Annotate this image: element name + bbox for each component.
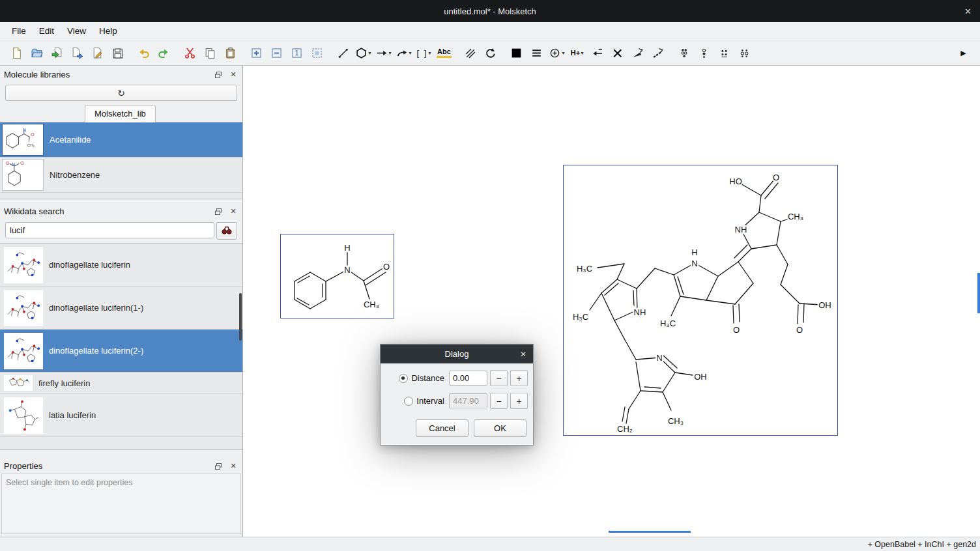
wikidata-item-label: dinoflagellate luciferin(2-)	[49, 346, 143, 356]
library-item-nitrobenzene[interactable]: NOONitrobenzene	[0, 158, 242, 193]
canvas-horizontal-scrollbar[interactable]	[609, 531, 691, 533]
window-close-icon[interactable]: ✕	[964, 0, 972, 22]
ring-icon	[355, 47, 368, 59]
draw-bond-button[interactable]	[334, 44, 352, 62]
dialog-titlebar[interactable]: Dialog ✕	[381, 345, 533, 363]
bracket-tool-button[interactable]: [ ]▾	[415, 44, 433, 62]
wikidata-scrollbar[interactable]	[239, 293, 242, 341]
menubar: FileEditViewHelp	[0, 22, 980, 40]
molsketch-window: untitled.mol* - Molsketch ✕ FileEditView…	[0, 0, 980, 551]
svg-text:N: N	[344, 265, 350, 275]
float-panel-icon[interactable]	[213, 461, 223, 472]
undo-button[interactable]	[135, 44, 152, 62]
text-tool-button[interactable]: Abc	[435, 44, 453, 62]
color-tool-button[interactable]	[508, 44, 525, 62]
text-icon: Abc	[437, 48, 452, 58]
molecule-thumbnail	[4, 290, 43, 326]
wedge-up-tool-button[interactable]	[629, 44, 646, 62]
tab-molsketch-lib[interactable]: Molsketch_lib	[85, 105, 156, 122]
wikidata-item-3[interactable]: firefly luciferin	[0, 373, 242, 394]
copy-button[interactable]	[201, 44, 219, 62]
toolbar-overflow-button[interactable]: ▶	[955, 44, 972, 62]
wikidata-item-2[interactable]: dinoflagellate luciferin(2-)	[0, 330, 242, 373]
zoom-out-button[interactable]	[268, 44, 285, 62]
hydrogen-tool-button[interactable]: H+▾	[568, 44, 586, 62]
rotate-icon	[484, 47, 497, 59]
hatch-tool-button[interactable]	[461, 44, 479, 62]
ring-tool-button[interactable]: ▾	[354, 44, 372, 62]
distance-input[interactable]: 0.00	[449, 371, 487, 386]
cut-button[interactable]	[181, 44, 199, 62]
drawing-canvas[interactable]: Dialog ✕ Distance 0.00 − + Interval	[243, 66, 980, 537]
zoom-original-button[interactable]: 1	[288, 44, 306, 62]
print-button[interactable]	[89, 44, 106, 62]
float-panel-icon[interactable]	[213, 206, 223, 217]
arrow-tool-button[interactable]: ▾	[375, 44, 392, 62]
menu-view[interactable]: View	[61, 26, 93, 36]
svg-text:H₃C: H₃C	[573, 312, 588, 322]
zoom-in-button[interactable]	[248, 44, 265, 62]
svg-text:O: O	[31, 132, 35, 137]
rotate-tool-button[interactable]	[482, 44, 499, 62]
minus-arrow-tool-button[interactable]	[588, 44, 606, 62]
chain-tool-1-button[interactable]	[675, 44, 693, 62]
interval-radio[interactable]	[404, 397, 413, 406]
new-file-button[interactable]	[8, 44, 25, 62]
interval-increment-button[interactable]: +	[510, 393, 528, 409]
molecule-dinoflagellate-luciferin[interactable]: HOOCH₃NHOHOHNH₃CH₃CNHH₃CONOHCH₃CH₂	[563, 165, 838, 436]
menu-file[interactable]: File	[5, 26, 33, 36]
menu-help[interactable]: Help	[93, 26, 124, 36]
redo-button[interactable]	[155, 44, 173, 62]
open-file-button[interactable]	[28, 44, 46, 62]
interval-decrement-button[interactable]: −	[490, 393, 508, 409]
sidebar: Molecule libraries ✕ ↻ Molsketch_lib NOC…	[0, 66, 243, 537]
wedge-down-tool-button[interactable]	[649, 44, 667, 62]
save-file-button[interactable]	[109, 44, 126, 62]
wikidata-search-button[interactable]	[216, 222, 237, 240]
panel-header-wikidata-search: Wikidata search ✕	[0, 205, 242, 218]
wikidata-item-4[interactable]: latia luciferin	[0, 394, 242, 437]
delete-icon	[611, 47, 624, 59]
refresh-library-button[interactable]: ↻	[5, 85, 237, 101]
svg-text:O: O	[20, 161, 24, 165]
charge-tool-button[interactable]: ▾	[548, 44, 566, 62]
dialog-close-icon[interactable]: ✕	[520, 350, 526, 359]
library-item-label: Nitrobenzene	[50, 170, 100, 180]
import-file-button[interactable]	[48, 44, 66, 62]
wikidata-search-input[interactable]	[5, 222, 214, 238]
menu-edit[interactable]: Edit	[33, 26, 61, 36]
export-file-button[interactable]	[68, 44, 86, 62]
chain4-icon	[738, 47, 751, 59]
wikidata-item-0[interactable]: dinoflagellate luciferin	[0, 244, 242, 287]
library-item-acetanilide[interactable]: NOCH₃Acetanilide	[0, 122, 242, 158]
canvas-vertical-scrollbar[interactable]	[977, 273, 980, 313]
wikidata-result-list: dinoflagellate luciferindinoflagellate l…	[0, 243, 242, 450]
float-panel-icon[interactable]	[213, 70, 223, 80]
swatch-icon	[510, 47, 523, 59]
distance-increment-button[interactable]: +	[510, 370, 528, 386]
paste-button[interactable]	[222, 44, 239, 62]
zoom-fit-button[interactable]	[308, 44, 326, 62]
cancel-button[interactable]: Cancel	[416, 419, 468, 437]
close-panel-icon[interactable]: ✕	[228, 461, 238, 472]
close-panel-icon[interactable]: ✕	[228, 70, 238, 80]
properties-panel-body: Select single item to edit properties	[1, 473, 241, 534]
molecule-acetanilide[interactable]: HNOCH₃	[280, 234, 394, 318]
distance-radio[interactable]	[399, 374, 408, 383]
arrow-icon	[375, 47, 388, 59]
minus-arrow-icon	[591, 47, 603, 59]
svg-text:H₃C: H₃C	[577, 264, 592, 274]
chain-tool-4-button[interactable]	[736, 44, 753, 62]
interval-input[interactable]: 447.90	[449, 393, 487, 408]
chain-tool-2-button[interactable]	[695, 44, 713, 62]
mechanism-arrow-tool-button[interactable]: ▾	[395, 44, 412, 62]
ok-button[interactable]: OK	[474, 419, 526, 437]
chain-tool-3-button[interactable]	[715, 44, 733, 62]
distance-decrement-button[interactable]: −	[490, 370, 508, 386]
line-width-tool-button[interactable]	[528, 44, 545, 62]
close-panel-icon[interactable]: ✕	[228, 206, 238, 217]
wikidata-item-1[interactable]: dinoflagellate luciferin(1-)	[0, 287, 242, 330]
delete-tool-button[interactable]	[609, 44, 626, 62]
hplus-icon: H+	[570, 49, 580, 57]
svg-text:O: O	[733, 325, 740, 335]
